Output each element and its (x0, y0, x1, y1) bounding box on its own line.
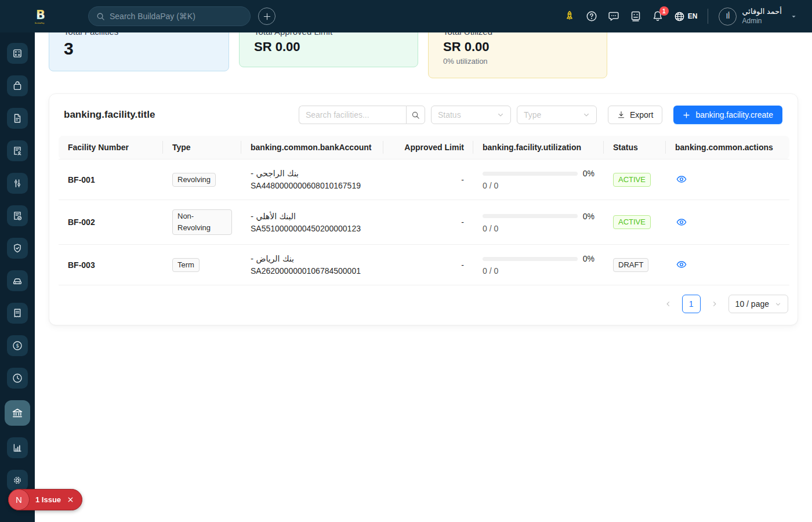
svg-text:BuildaPay: BuildaPay (35, 22, 45, 24)
utilization-percent: 0% (583, 169, 594, 178)
col-actions: banking.common.actions (666, 136, 789, 160)
sidebar-item-shield[interactable] (7, 238, 28, 259)
sidebar-item-sliders[interactable] (7, 173, 28, 194)
help-icon[interactable] (586, 10, 597, 22)
col-facility-number: Facility Number (59, 136, 163, 160)
type-tag: Non-Revolving (172, 209, 232, 235)
sidebar-item-document[interactable] (7, 108, 28, 129)
chat-icon[interactable] (608, 10, 619, 22)
buildapay-logo[interactable]: B BuildaPay (32, 8, 50, 25)
close-icon (67, 496, 74, 503)
page-title: banking.facility.title (64, 109, 155, 121)
utilization-percent: 0% (583, 254, 594, 263)
card-value: SR 0.00 (254, 39, 403, 55)
main-content: Total Facilities 3 Total Approved Limit … (35, 0, 812, 325)
avatar: أا (719, 8, 737, 26)
col-utilization: banking.facility.utilization (473, 136, 604, 160)
sidebar: $ (0, 32, 35, 522)
global-search-input[interactable] (110, 12, 242, 21)
chevron-down-icon (497, 111, 504, 118)
topbar: B BuildaPay (0, 0, 812, 32)
create-facility-label: banking.facility.create (695, 110, 773, 119)
globe-icon (674, 11, 685, 22)
global-search[interactable] (88, 6, 251, 26)
utilization-ratio: 0 / 0 (483, 181, 594, 190)
user-meta: أحمد الوفائي Admin (742, 7, 782, 25)
user-menu[interactable]: أا أحمد الوفائي Admin (719, 7, 797, 25)
sidebar-item-banking[interactable] (5, 400, 30, 426)
page-number-button[interactable]: 1 (682, 295, 701, 313)
language-switcher[interactable]: EN (674, 11, 698, 22)
table-header-row: Facility Number Type banking.common.bank… (59, 136, 789, 160)
gear-icon (12, 475, 23, 485)
document-check-icon (12, 211, 23, 221)
status-filter-select[interactable]: Status (431, 106, 511, 124)
facility-number: BF-003 (59, 245, 163, 285)
sidebar-item-shopping-bag[interactable] (7, 75, 28, 96)
eye-icon (676, 174, 687, 184)
previous-page-button[interactable] (659, 295, 677, 313)
create-facility-button[interactable]: banking.facility.create (673, 106, 782, 124)
download-icon (617, 111, 625, 119)
eye-icon (676, 259, 687, 270)
sidebar-item-calculator[interactable] (7, 43, 28, 64)
nextjs-logo-icon: N (8, 489, 30, 510)
status-badge: ACTIVE (613, 215, 651, 229)
close-issue-badge-button[interactable] (67, 496, 74, 503)
bar-chart-icon (12, 443, 23, 453)
changelog-icon[interactable] (630, 10, 641, 22)
topbar-divider (708, 9, 708, 24)
sidebar-item-settings[interactable] (7, 470, 28, 491)
dev-issue-badge[interactable]: N 1 Issue (8, 489, 82, 510)
card-value: SR 0.00 (443, 39, 592, 55)
col-bank-account: banking.common.bankAccount (241, 136, 383, 160)
sidebar-item-reports[interactable] (7, 437, 28, 458)
sidebar-item-receipt[interactable] (7, 303, 28, 324)
bank-account-number: SA5510000000450200000123 (251, 224, 374, 233)
utilization-progress-bar (483, 172, 578, 176)
chevron-down-icon (791, 13, 797, 20)
facilities-table: Facility Number Type banking.common.bank… (59, 136, 789, 285)
export-label: Export (630, 110, 653, 119)
sidebar-item-car[interactable] (7, 270, 28, 291)
shield-check-icon (12, 243, 23, 253)
type-tag: Revolving (172, 173, 216, 187)
type-filter-placeholder: Type (524, 110, 541, 119)
export-button[interactable]: Export (608, 106, 662, 124)
view-facility-button[interactable] (675, 173, 688, 186)
col-type: Type (163, 136, 241, 160)
view-facility-button[interactable] (675, 216, 688, 229)
issue-count-label: 1 Issue (35, 495, 61, 504)
bank-icon (12, 407, 23, 419)
clock-icon (12, 373, 23, 383)
bank-name: بنك الرياض - (251, 254, 374, 263)
facilities-search-button[interactable] (406, 106, 425, 124)
bell-icon[interactable]: 1 (652, 10, 664, 22)
approved-limit-value: - (383, 160, 473, 200)
plus-icon (263, 12, 271, 21)
sidebar-item-document-check[interactable] (7, 205, 28, 226)
facilities-search-input[interactable] (299, 106, 406, 124)
chevron-down-icon (583, 111, 590, 118)
view-facility-button[interactable] (675, 258, 688, 271)
contract-icon (12, 146, 23, 156)
type-filter-select[interactable]: Type (517, 106, 597, 124)
quick-add-button[interactable] (258, 8, 276, 25)
rocket-icon[interactable] (564, 10, 575, 22)
sidebar-item-contract[interactable] (7, 140, 28, 161)
approved-limit-value: - (383, 245, 473, 285)
sidebar-item-dollar[interactable]: $ (7, 335, 28, 356)
page-size-select[interactable]: 10 / page (728, 295, 788, 313)
type-tag: Term (172, 258, 200, 272)
facilities-search (299, 106, 425, 124)
notification-count-badge: 1 (659, 6, 669, 16)
facility-number: BF-002 (59, 200, 163, 245)
pagination: 1 10 / page (49, 285, 798, 325)
sidebar-item-clock[interactable] (7, 368, 28, 389)
chevron-left-icon (665, 300, 672, 307)
approved-limit-value: - (383, 200, 473, 245)
user-name: أحمد الوفائي (742, 7, 782, 16)
search-icon (411, 111, 420, 119)
next-page-button[interactable] (705, 295, 724, 313)
svg-text:$: $ (16, 343, 19, 349)
